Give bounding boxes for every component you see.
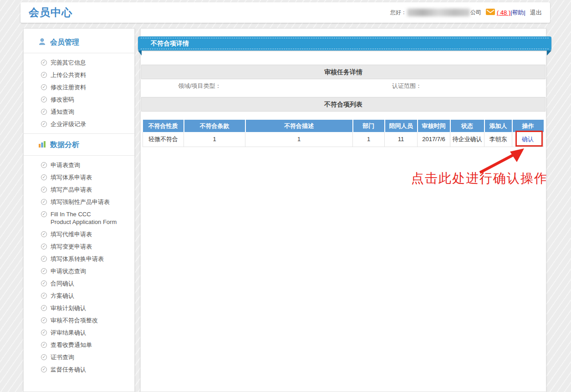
column-header-added-by: 添加人 xyxy=(484,120,512,132)
sidebar-item-compulsory-product-application[interactable]: 填写强制性产品申请表 xyxy=(24,196,134,208)
page-title-ribbon: 不符合项详情 xyxy=(138,36,551,51)
column-header-status: 状态 xyxy=(450,120,484,132)
column-header-audit-time: 审核时间 xyxy=(418,120,450,132)
circle-check-icon xyxy=(41,121,47,127)
circle-check-icon xyxy=(41,109,47,115)
cell-description: 1 xyxy=(245,132,353,147)
sidebar-item-upload-public-data[interactable]: 上传公共资料 xyxy=(24,69,134,81)
sidebar-item-system-conversion-application[interactable]: 填写体系转换申请表 xyxy=(24,253,134,265)
annotation-text: 点击此处进行确认操作 xyxy=(411,170,548,187)
sidebar-item-supervision-task-confirm[interactable]: 监督任务确认 xyxy=(24,363,134,376)
logout-link[interactable]: 退出 xyxy=(530,9,542,17)
ribbon-fold-left xyxy=(138,51,142,56)
sidebar-item-nonconformity-rectification[interactable]: 审核不符合项整改 xyxy=(24,314,134,326)
sidebar-item-fee-notice[interactable]: 查看收费通知单 xyxy=(24,339,134,351)
circle-check-icon xyxy=(41,84,47,90)
circle-check-icon xyxy=(41,354,47,360)
ribbon-fold-right xyxy=(547,51,551,56)
circle-check-icon xyxy=(41,60,47,66)
sidebar-item-certificate-query[interactable]: 证书查询 xyxy=(24,351,134,363)
member-center-page: 会员中心 您好： 公司 ( 48 ) |帮助| 退出 xyxy=(0,0,571,392)
circle-check-icon xyxy=(41,330,47,336)
cert-scope-label: 认证范围： xyxy=(392,82,422,90)
nonconformity-table: 不符合性质 不符合条款 不符合描述 部门 陪同人员 审核时间 状态 添加人 操作… xyxy=(143,120,544,147)
circle-check-icon xyxy=(41,231,47,237)
cell-audit-time: 2017/7/6 xyxy=(418,132,450,147)
circle-check-icon xyxy=(41,305,47,311)
circle-check-icon xyxy=(41,174,47,180)
column-header-operation: 操作 xyxy=(512,120,544,132)
circle-check-icon xyxy=(41,199,47,205)
section-header-nonconformity-list: 不符合项列表 xyxy=(141,97,546,112)
sidebar-item-ccc-product-application[interactable]: Fill In The CCC Product Application Form xyxy=(24,208,134,228)
sidebar-item-plan-confirm[interactable]: 方案确认 xyxy=(24,290,134,302)
sidebar-item-application-query[interactable]: 申请表查询 xyxy=(24,159,134,171)
column-header-clause: 不符合条款 xyxy=(184,120,245,132)
company-name-redacted xyxy=(407,9,470,16)
sidebar-item-complete-info[interactable]: 完善其它信息 xyxy=(24,56,134,69)
field-type-label: 领域/项目类型： xyxy=(178,82,221,90)
sidebar-item-modify-registration[interactable]: 修改注册资料 xyxy=(24,81,134,93)
cell-nature: 轻微不符合 xyxy=(143,132,184,147)
column-header-nature: 不符合性质 xyxy=(143,120,184,132)
member-management-list: 完善其它信息 上传公共资料 修改注册资料 修改密码 通知查询 企业评级记录 xyxy=(24,53,134,133)
circle-check-icon xyxy=(41,162,47,168)
section-title: 数据分析 xyxy=(50,140,79,150)
sidebar-item-rating-record[interactable]: 企业评级记录 xyxy=(24,118,134,130)
sidebar: 会员管理 完善其它信息 上传公共资料 修改注册资料 修改密码 通知查询 企业评级… xyxy=(23,28,135,392)
circle-check-icon xyxy=(41,211,47,217)
circle-check-icon xyxy=(41,187,47,193)
column-header-description: 不符合描述 xyxy=(245,120,353,132)
sidebar-section-data-analysis: 数据分析 xyxy=(24,133,134,156)
help-link[interactable]: |帮助| xyxy=(510,9,525,17)
highlight-box xyxy=(515,131,543,147)
top-header: 会员中心 您好： 公司 ( 48 ) |帮助| 退出 xyxy=(20,2,550,23)
cell-status: 待企业确认 xyxy=(450,132,484,147)
company-suffix: 公司 xyxy=(470,9,481,16)
cell-companion: 11 xyxy=(385,132,418,147)
column-header-companion: 陪同人员 xyxy=(385,120,418,132)
sidebar-item-application-status-query[interactable]: 申请状态查询 xyxy=(24,265,134,277)
cell-clause: 1 xyxy=(184,132,245,147)
data-analysis-list: 申请表查询 填写体系申请表 填写产品申请表 填写强制性产品申请表 Fill In… xyxy=(24,156,134,379)
cell-department: 1 xyxy=(353,132,385,147)
envelope-icon[interactable] xyxy=(486,9,495,16)
main-content: 不符合项详情 审核任务详情 领域/项目类型： 认证范围： 不符合项列表 不符合性… xyxy=(140,28,546,392)
circle-check-icon xyxy=(41,97,47,102)
sidebar-item-system-application[interactable]: 填写体系申请表 xyxy=(24,171,134,183)
sidebar-item-review-result-confirm[interactable]: 评审结果确认 xyxy=(24,326,134,339)
column-header-department: 部门 xyxy=(353,120,385,132)
sidebar-item-contract-confirm[interactable]: 合同确认 xyxy=(24,277,134,290)
circle-check-icon xyxy=(41,72,47,78)
circle-check-icon xyxy=(41,317,47,323)
sidebar-item-maintenance-application[interactable]: 填写代维申请表 xyxy=(24,228,134,240)
mail-count-link[interactable]: ( 48 ) xyxy=(497,9,510,16)
section-title: 会员管理 xyxy=(50,38,79,47)
user-icon xyxy=(38,38,46,47)
bar-chart-icon xyxy=(38,140,46,150)
sidebar-item-notification-query[interactable]: 通知查询 xyxy=(24,106,134,118)
circle-check-icon xyxy=(41,280,47,286)
sidebar-item-product-application[interactable]: 填写产品申请表 xyxy=(24,183,134,196)
circle-check-icon xyxy=(41,293,47,299)
greeting-label: 您好： xyxy=(390,9,407,16)
sidebar-item-change-password[interactable]: 修改密码 xyxy=(24,93,134,106)
user-area: 您好： 公司 ( 48 ) |帮助| 退出 xyxy=(390,9,542,17)
table-row: 轻微不符合 1 1 1 11 2017/7/6 待企业确认 李朝东 确认 xyxy=(143,132,544,147)
circle-check-icon xyxy=(41,342,47,348)
sidebar-item-audit-plan-confirm[interactable]: 审核计划确认 xyxy=(24,302,134,314)
sidebar-section-member-management: 会员管理 xyxy=(24,31,134,53)
circle-check-icon xyxy=(41,244,47,249)
sidebar-item-change-application[interactable]: 填写变更申请表 xyxy=(24,240,134,253)
section-header-audit-task: 审核任务详情 xyxy=(141,65,546,79)
site-logo: 会员中心 xyxy=(29,5,72,20)
circle-check-icon xyxy=(41,256,47,262)
cell-added-by: 李朝东 xyxy=(484,132,512,147)
circle-check-icon xyxy=(41,367,47,372)
table-header-row: 不符合性质 不符合条款 不符合描述 部门 陪同人员 审核时间 状态 添加人 操作 xyxy=(143,120,544,132)
circle-check-icon xyxy=(41,268,47,274)
